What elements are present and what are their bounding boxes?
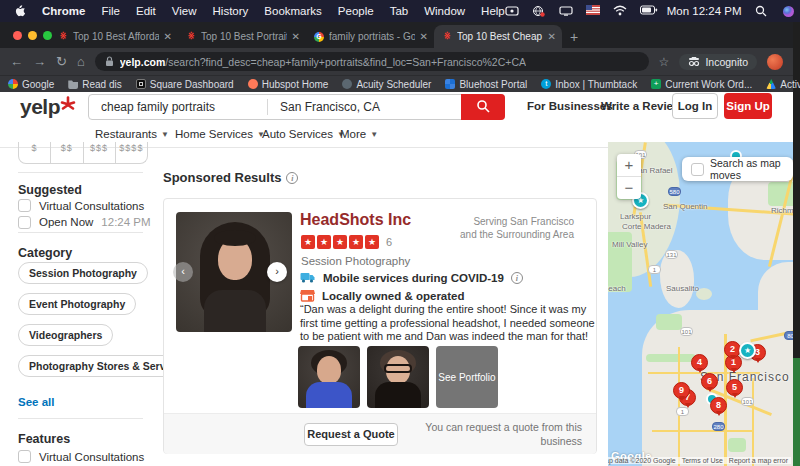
menu-item-bookmarks[interactable]: Bookmarks [264, 5, 322, 17]
menu-item-edit[interactable]: Edit [136, 5, 156, 17]
category-see-all-link[interactable]: See all [18, 396, 54, 408]
price-option[interactable]: $ [19, 142, 51, 163]
close-window-button[interactable] [13, 31, 22, 40]
menu-item-tab[interactable]: Tab [390, 5, 409, 17]
map-star-marker[interactable]: ★ [739, 342, 756, 359]
bookmark-star-icon[interactable]: ☆ [659, 55, 670, 69]
checkbox[interactable] [18, 216, 31, 229]
nav-item-auto-services[interactable]: Auto Services▼ [262, 128, 345, 140]
category-pill[interactable]: Videographers [18, 324, 113, 346]
map-pin-5[interactable]: 5 [726, 379, 743, 396]
bookmark-item[interactable]: Square Dashboard [136, 79, 234, 90]
price-option[interactable]: $$ [51, 142, 83, 163]
spotlight-search-icon[interactable] [755, 5, 769, 17]
tab-close-icon[interactable]: ✕ [164, 31, 172, 42]
bookmark-label: Read dis [82, 79, 121, 90]
bookmark-item[interactable]: Bluehost Portal [445, 79, 527, 90]
zoom-in-button[interactable]: + [617, 154, 641, 176]
map[interactable]: + − Search as map moves San RafaelSan Qu… [608, 142, 793, 466]
info-icon[interactable]: i [286, 172, 298, 184]
yelp-logo[interactable]: yelp [20, 95, 76, 119]
menu-bar-clock[interactable]: Mon 12:24 PM [667, 5, 742, 17]
apple-menu-icon[interactable] [14, 4, 26, 19]
browser-tab[interactable]: ※Top 10 Best Portrait Photograp✕ [178, 25, 306, 48]
portfolio-thumbnail[interactable] [367, 346, 429, 408]
bookmark-item[interactable]: Read dis [68, 79, 121, 90]
suggested-open-now[interactable]: Open Now12:24 PM [18, 216, 151, 229]
nav-item-restaurants[interactable]: Restaurants▼ [95, 128, 169, 140]
meeting-globe-icon[interactable] [532, 5, 546, 17]
menu-item-help[interactable]: Help [481, 5, 505, 17]
nav-item-home-services[interactable]: Home Services▼ [175, 128, 265, 140]
map-pin-8[interactable]: 8 [710, 397, 727, 414]
write-review-link[interactable]: Write a Review [601, 100, 682, 112]
wifi-icon[interactable] [613, 5, 627, 17]
menu-item-view[interactable]: View [172, 5, 197, 17]
feature-virtual-consultations[interactable]: Virtual Consultations [18, 450, 144, 463]
screen-record-icon[interactable] [505, 5, 519, 17]
search-button[interactable] [461, 94, 505, 120]
see-portfolio-button[interactable]: See Portfolio [436, 346, 498, 408]
category-pill[interactable]: Session Photography [18, 262, 148, 284]
browser-tab[interactable]: ※Top 10 Best Cheap Family Port✕ [434, 25, 562, 48]
macos-menu-bar: Chrome File Edit View History Bookmarks … [0, 0, 800, 22]
avatar[interactable] [767, 54, 783, 70]
quote-note-text: You can request a quote from this busine… [424, 420, 582, 448]
bookmark-item[interactable]: tInbox | Thumbtack [541, 79, 637, 90]
new-tab-button[interactable]: + [570, 29, 578, 45]
zoom-out-button[interactable]: − [617, 177, 641, 199]
forward-icon[interactable]: → [33, 54, 46, 69]
tab-close-icon[interactable]: ✕ [548, 31, 556, 42]
reload-icon[interactable]: ↻ [56, 54, 67, 69]
search-location-input[interactable]: San Francisco, CA [268, 100, 461, 114]
category-pill[interactable]: Event Photography [18, 293, 136, 315]
url-bar[interactable]: yelp.com/search?find_desc=cheap+family+p… [95, 52, 649, 71]
price-option[interactable]: $$$$ [116, 142, 147, 163]
checkbox[interactable] [18, 450, 31, 463]
business-card[interactable]: ‹ › HeadShots Inc ★★★★★ 6 Session Photog… [163, 198, 597, 454]
browser-tab[interactable]: Gfamily portriats - Google Searc✕ [306, 25, 434, 48]
report-error-link[interactable]: Report a map error [729, 457, 788, 464]
bookmark-item[interactable]: Hubspot Home [248, 79, 329, 90]
menu-item-people[interactable]: People [338, 5, 374, 17]
sign-up-button[interactable]: Sign Up [724, 93, 772, 119]
tab-close-icon[interactable]: ✕ [420, 31, 428, 42]
browser-tab[interactable]: ※Top 10 Best Affordable Photog✕ [50, 25, 178, 48]
nav-item-more[interactable]: More▼ [340, 128, 378, 140]
display-icon[interactable] [559, 5, 573, 17]
search-query-input[interactable]: cheap family portraits [89, 100, 267, 114]
carousel-prev-icon[interactable]: ‹ [173, 262, 193, 282]
menu-item-chrome[interactable]: Chrome [42, 5, 85, 17]
info-icon[interactable]: i [511, 272, 523, 284]
search-as-map-moves-control[interactable]: Search as map moves [682, 157, 793, 181]
siri-icon[interactable] [782, 5, 796, 17]
battery-icon[interactable] [640, 5, 654, 17]
portfolio-thumbnail[interactable] [298, 346, 360, 408]
request-quote-button[interactable]: Request a Quote [304, 423, 398, 446]
terms-of-use-link[interactable]: Terms of Use [682, 457, 723, 464]
bookmark-item[interactable]: Acuity Scheduler [342, 79, 431, 90]
bookmark-item[interactable]: Google [8, 79, 54, 90]
divider [18, 418, 143, 419]
back-icon[interactable]: ← [10, 54, 23, 69]
for-businesses-link[interactable]: For Businesses [527, 100, 613, 112]
menu-item-window[interactable]: Window [424, 5, 465, 17]
bookmark-item[interactable]: Active HeadShots... [766, 79, 800, 90]
us-flag-icon[interactable] [586, 5, 600, 17]
map-pin-6[interactable]: 6 [701, 373, 718, 390]
suggested-virtual-consultations[interactable]: Virtual Consultations [18, 199, 144, 212]
map-pin-9[interactable]: 9 [673, 382, 690, 399]
bookmark-item[interactable]: +Current Work Ord... [651, 79, 752, 90]
menu-item-history[interactable]: History [213, 5, 249, 17]
minimize-window-button[interactable] [28, 31, 37, 40]
menu-item-file[interactable]: File [101, 5, 120, 17]
home-icon[interactable]: ⌂ [77, 54, 85, 69]
price-option[interactable]: $$$ [84, 142, 116, 163]
search-as-map-moves-checkbox[interactable] [691, 163, 704, 176]
map-pin-4[interactable]: 4 [691, 354, 708, 371]
carousel-next-icon[interactable]: › [267, 262, 287, 282]
business-name-link[interactable]: HeadShots Inc [300, 211, 411, 229]
log-in-button[interactable]: Log In [672, 93, 718, 119]
checkbox[interactable] [18, 199, 31, 212]
tab-close-icon[interactable]: ✕ [292, 31, 300, 42]
